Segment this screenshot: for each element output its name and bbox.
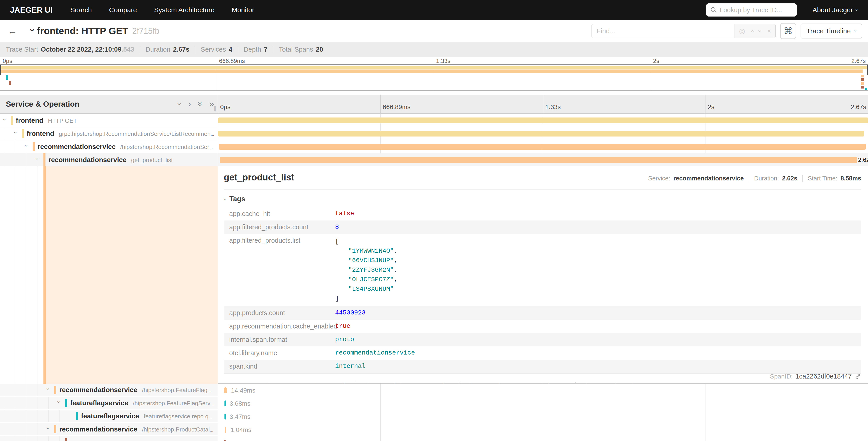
keyboard-shortcuts-button[interactable]: ⌘	[780, 23, 796, 39]
span-bar[interactable]	[219, 144, 866, 150]
span-bar[interactable]	[218, 130, 864, 137]
column-resizer[interactable]: ∥	[214, 105, 216, 112]
span-row[interactable]: › recommendationservice /hipstershop.Pro…	[0, 423, 868, 436]
span-tree-toggle[interactable]: ›	[1, 118, 8, 120]
detail-operation-name: get_product_list	[224, 172, 294, 182]
span-tree-toggle[interactable]: ›	[56, 401, 63, 403]
span-bar[interactable]	[224, 440, 226, 441]
find-group: ◎ › › ×	[591, 24, 776, 38]
span-duration-label: 1.04ms	[230, 426, 251, 434]
tags-table: app.cache_hit false app.filtered_product…	[224, 207, 861, 374]
span-rows: › frontend HTTP GET › frontend grpc.hips…	[0, 114, 868, 441]
span-duration-label: 2.62s	[858, 156, 868, 164]
trace-lookup-box[interactable]	[706, 3, 797, 17]
minimap-span	[0, 66, 868, 69]
find-input[interactable]	[592, 24, 735, 38]
tags-section-toggle[interactable]: › Tags	[224, 195, 861, 203]
timeline-minimap[interactable]	[0, 64, 868, 91]
span-row[interactable]: › featureflagservice /hipstershop.Featur…	[0, 397, 868, 410]
minimap-span	[861, 78, 864, 81]
expand-one-level-icon[interactable]: ›	[175, 102, 185, 106]
chevron-down-icon: ›	[222, 198, 229, 200]
nav-item-monitor[interactable]: Monitor	[232, 6, 254, 14]
span-service-name: recommendationservice	[49, 156, 126, 164]
collapse-all-icon[interactable]: »	[209, 99, 214, 109]
detail-duration: 2.62s	[782, 175, 797, 182]
span-row[interactable]: › frontend grpc.hipstershop.Recommendati…	[0, 127, 868, 140]
span-service-name: recommendationservice	[59, 425, 137, 433]
service-color-bar	[54, 425, 56, 433]
span-operation-name: grpc.hipstershop.RecommendationService/L…	[59, 130, 218, 137]
tag-row: app.recommendation.cache_enabled true	[224, 320, 861, 333]
process-section-toggle[interactable]: › Process: telemetry.auto.version = 0.34…	[224, 382, 861, 384]
span-bar[interactable]	[218, 117, 868, 123]
trace-services: Services 4	[201, 46, 232, 53]
trace-duration: Duration 2.67s	[146, 46, 189, 53]
trace-lookup-input[interactable]	[720, 6, 793, 14]
nav-item-search[interactable]: Search	[70, 6, 92, 14]
chevron-down-icon: ›	[854, 9, 861, 11]
span-bar[interactable]	[224, 401, 226, 406]
app-logo[interactable]: JAEGER UI	[10, 5, 53, 14]
find-clear-icon[interactable]: ×	[767, 27, 771, 35]
span-row[interactable]: › recommendationservice /hipstershop.Fea…	[0, 384, 868, 397]
span-service-name: recommendationservice	[37, 143, 116, 150]
service-color-bar	[65, 438, 67, 441]
minimap-range-handle-left[interactable]	[0, 65, 1, 75]
tag-row: app.filtered_products.count 8	[224, 220, 861, 234]
span-row-selected[interactable]: › recommendationservice get_product_list…	[0, 153, 868, 167]
nav-item-system-architecture[interactable]: System Architecture	[154, 6, 215, 14]
find-target-icon[interactable]: ◎	[739, 27, 745, 35]
span-bar[interactable]	[224, 414, 226, 419]
span-row[interactable]: › recommendationservice /hipstershop.Rec…	[0, 140, 868, 153]
span-operation-name: /hipstershop.RecommendationService/Lis..…	[120, 144, 218, 150]
span-row-partial[interactable]	[0, 436, 868, 441]
span-row[interactable]: › frontend HTTP GET	[0, 114, 868, 127]
trace-title: frontend: HTTP GET	[37, 26, 128, 36]
process-item: telemetry.sdk.name = opentelemetry	[465, 382, 570, 384]
trace-summary-bar: Trace Start October 22 2022, 22:10:09.54…	[0, 42, 868, 57]
nav-item-compare[interactable]: Compare	[109, 6, 137, 14]
top-nav: JAEGER UI Search Compare System Architec…	[0, 0, 868, 20]
minimap-span	[861, 75, 864, 78]
process-item: telemetry.sdk.version = 1.13.0	[581, 382, 665, 384]
span-bar[interactable]	[225, 427, 226, 433]
minimap-span	[6, 75, 8, 80]
process-item: telemetry.sdk.language = python	[361, 382, 455, 384]
minimap-time-axis: 0μs 666.89ms 1.33s 2s 2.67s	[0, 57, 868, 64]
span-bar[interactable]	[220, 157, 857, 163]
collapse-trace-header-icon[interactable]: ›	[28, 29, 37, 32]
span-tree-toggle[interactable]: ›	[44, 388, 52, 390]
copy-link-icon[interactable]	[855, 373, 861, 380]
span-operation-name: featureflagservice.repo.query:fe...	[144, 413, 218, 420]
span-operation-name: HTTP GET	[48, 117, 77, 124]
find-next-icon[interactable]: ›	[756, 30, 764, 32]
service-color-bar	[22, 129, 24, 138]
expand-all-icon[interactable]: »	[195, 101, 205, 107]
span-bar[interactable]	[224, 387, 227, 393]
minimap-range-handle-right[interactable]	[867, 65, 868, 75]
span-id: SpanID: 1ca2262df0e18447	[770, 373, 861, 380]
detail-backdrop	[43, 167, 218, 384]
span-detail-row: get_product_list Service: recommendation…	[0, 167, 868, 384]
span-service-name: frontend	[27, 130, 54, 137]
tag-row: app.products.count 44530923	[224, 306, 861, 320]
collapse-one-level-icon[interactable]: ›	[188, 99, 191, 109]
find-prev-icon[interactable]: ›	[748, 30, 756, 32]
trace-view-selector[interactable]: Trace Timeline ›	[801, 24, 862, 38]
span-tree-toggle[interactable]: ›	[44, 427, 52, 429]
minimap-span	[861, 82, 864, 85]
chevron-down-icon: ›	[852, 30, 859, 32]
timeline-grid-header: Service & Operation › › » » ∥ 0μs 666.89…	[0, 95, 868, 114]
service-color-bar	[76, 412, 78, 420]
span-tree-toggle[interactable]: ›	[12, 131, 19, 134]
back-button[interactable]: ←	[0, 26, 25, 36]
span-row[interactable]: featureflagservice featureflagservice.re…	[0, 410, 868, 423]
trace-start: Trace Start October 22 2022, 22:10:09.54…	[6, 46, 134, 53]
span-tree-toggle[interactable]: ›	[23, 145, 30, 147]
span-duration-label: 14.49ms	[231, 387, 255, 394]
about-jaeger-menu[interactable]: About Jaeger ›	[812, 6, 858, 14]
span-service-name: recommendationservice	[59, 386, 137, 393]
span-tree-toggle[interactable]: ›	[34, 158, 41, 160]
span-service-name: featureflagservice	[81, 412, 139, 420]
